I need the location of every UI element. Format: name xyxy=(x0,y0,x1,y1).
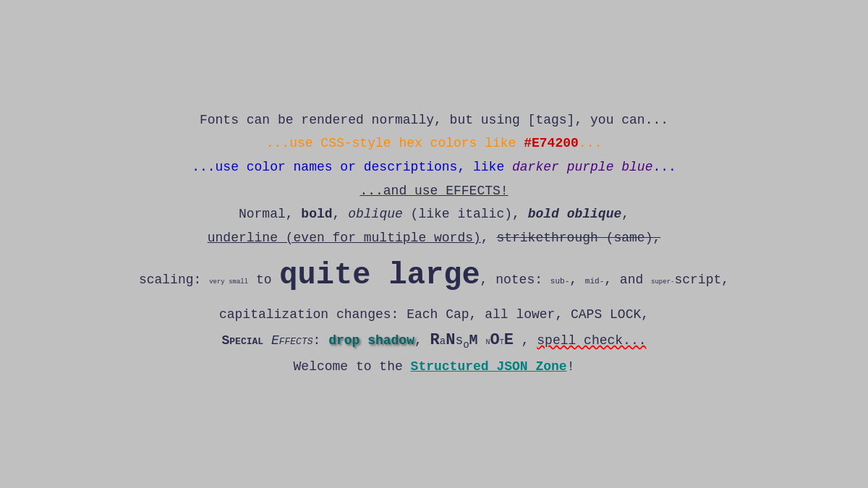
line-3: ...use color names or descriptions, like… xyxy=(139,156,729,179)
super-example: super- xyxy=(651,277,674,288)
n-char: N xyxy=(446,331,455,349)
line1-text: Fonts can be rendered normally, but usin… xyxy=(200,113,668,127)
welcome-suffix: ! xyxy=(567,359,575,374)
bold-oblique-example: bold oblique xyxy=(528,207,622,221)
line3-italic: darker purple blue xyxy=(512,160,652,174)
line-7: scaling: very small to quite large , not… xyxy=(139,250,729,301)
scaling-label: scaling: xyxy=(139,269,209,291)
comma2: , xyxy=(569,269,585,291)
o2-char: O xyxy=(490,331,499,349)
line4-text: ...and use EFFECTS! xyxy=(359,184,508,198)
main-content: Fonts can be rendered normally, but usin… xyxy=(139,109,729,380)
line3-middle: descriptions, like xyxy=(356,160,512,174)
comma1: , notes: xyxy=(480,269,550,291)
line-5: Normal, bold, oblique (like italic), bol… xyxy=(139,203,729,226)
to-text: to xyxy=(248,269,279,291)
line3-prefix: ...use color names xyxy=(192,160,340,174)
space-char xyxy=(478,333,486,348)
underline-example: underline (even for multiple words) xyxy=(208,231,481,245)
comma3: , and xyxy=(604,269,651,291)
e-char: E xyxy=(504,331,514,349)
ransom-example: RaNsoM nOtE xyxy=(430,333,522,348)
line-9: Special Effects: drop shadow, RaNsoM nOt… xyxy=(139,327,729,354)
line-2: ...use CSS-style hex colors like #E74200… xyxy=(139,132,729,155)
a-char: a xyxy=(440,335,446,347)
sub-example: sub- xyxy=(550,275,569,288)
very-small-text: very small xyxy=(209,277,248,288)
line3-suffix: ... xyxy=(652,160,676,174)
r-char: R xyxy=(430,331,440,349)
o-char: o xyxy=(463,339,469,351)
spell-check-example: spell check... xyxy=(537,333,646,348)
effects-text: Effects xyxy=(271,333,313,348)
m-char: M xyxy=(469,332,478,348)
quite-large-text: quite large xyxy=(279,250,480,301)
line-4: ...and use EFFECTS! xyxy=(139,180,729,202)
line2-hex: #E74200 xyxy=(524,136,579,150)
bold-example: bold xyxy=(301,207,332,221)
oblique-example: oblique xyxy=(348,207,403,221)
line-10: Welcome to the Structured JSON Zone! xyxy=(139,356,729,378)
line-6: underline (even for multiple words), str… xyxy=(139,227,729,249)
line2-suffix: ... xyxy=(579,136,602,150)
line-8: capitalization changes: Each Cap, all lo… xyxy=(139,304,729,326)
script-text: script, xyxy=(674,269,729,291)
welcome-prefix: Welcome to the xyxy=(294,359,411,374)
s-char: s xyxy=(455,333,463,348)
line8-text: capitalization changes: Each Cap, all lo… xyxy=(219,307,649,322)
line3-or: or xyxy=(340,160,356,174)
drop-shadow-example: drop shadow xyxy=(328,333,414,348)
line2-prefix: ...use CSS-style hex colors like xyxy=(266,136,524,150)
special-text: Special xyxy=(221,333,263,348)
structured-json-link[interactable]: Structured JSON Zone xyxy=(411,359,567,374)
line-1: Fonts can be rendered normally, but usin… xyxy=(139,109,729,132)
mid-example: mid- xyxy=(585,275,604,288)
strikethrough-example: strikethrough (same), xyxy=(496,231,660,245)
